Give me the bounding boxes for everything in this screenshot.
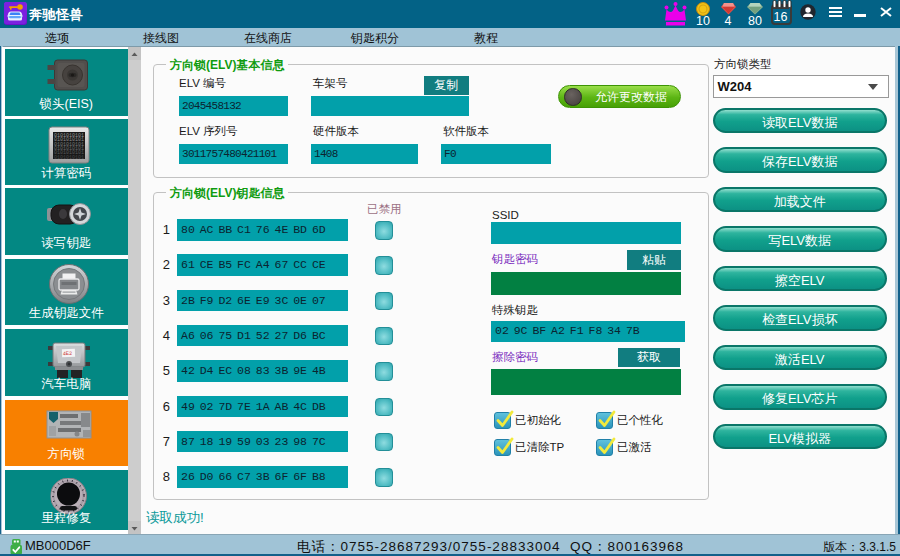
svg-text:0101010101: 0101010101 [54, 154, 84, 160]
svg-text:4E2: 4E2 [63, 350, 72, 356]
